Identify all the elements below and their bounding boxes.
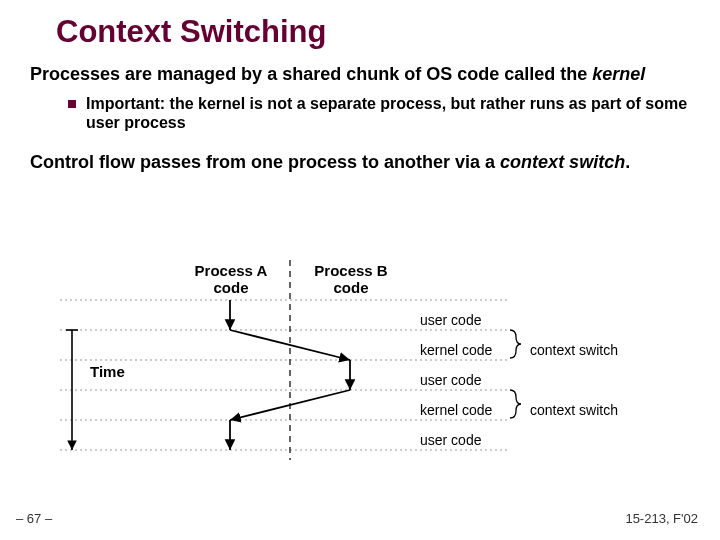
slide-title: Context Switching — [0, 0, 720, 50]
bullet-row-1: Important: the kernel is not a separate … — [0, 86, 720, 132]
context-switch-diagram: Process Acode Process Bcode Time user co… — [30, 260, 690, 500]
p2-text-a: Control flow passes from one process to … — [30, 152, 500, 172]
footer-page-number: – 67 – — [16, 511, 52, 526]
svg-line-10 — [230, 330, 350, 360]
p1-kernel: kernel — [592, 64, 645, 84]
bullet-1-text: Important: the kernel is not a separate … — [86, 94, 690, 132]
footer-course: 15-213, F'02 — [625, 511, 698, 526]
paragraph-2: Control flow passes from one process to … — [0, 132, 720, 174]
diagram-svg — [30, 260, 690, 500]
p1-text: Processes are managed by a shared chunk … — [30, 64, 592, 84]
p2-text-c: . — [625, 152, 630, 172]
paragraph-1: Processes are managed by a shared chunk … — [0, 50, 720, 86]
bullet-square-icon — [68, 100, 76, 108]
p2-context-switch: context switch — [500, 152, 625, 172]
